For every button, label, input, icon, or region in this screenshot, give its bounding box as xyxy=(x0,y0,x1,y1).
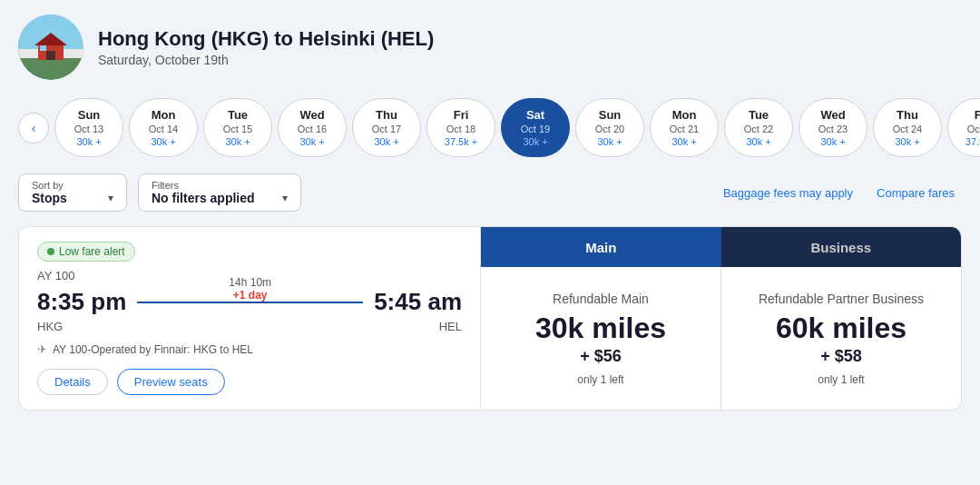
page-wrapper: Hong Kong (HKG) to Helsinki (HEL) Saturd… xyxy=(0,0,980,485)
filters-chevron-icon: ▾ xyxy=(282,192,288,204)
low-fare-badge: Low fare alert xyxy=(37,242,135,262)
date-pill-date: Oct 15 xyxy=(223,124,252,134)
date-pill-day: Tue xyxy=(749,108,769,122)
date-pill-price: 30k + xyxy=(895,136,919,147)
flight-times: 8:35 pm 14h 10m +1 day 5:45 am xyxy=(37,288,462,316)
details-button[interactable]: Details xyxy=(37,369,108,395)
date-pill-date: Oct 13 xyxy=(74,124,103,134)
low-fare-dot xyxy=(47,248,54,255)
date-pill-price: 30k + xyxy=(820,136,845,147)
depart-time: 8:35 pm xyxy=(37,288,126,316)
date-pill-day: Mon xyxy=(672,108,697,122)
sort-chevron-icon: ▾ xyxy=(108,192,113,204)
date-pill-price: 37.5k + xyxy=(445,136,477,147)
top-right-buttons: Baggage fees may apply Compare fares xyxy=(716,183,962,203)
date-pill-day: Wed xyxy=(299,108,324,122)
date-pill-oct-19[interactable]: Sat Oct 19 30k + xyxy=(501,98,570,157)
flight-duration: 14h 10m xyxy=(229,276,271,289)
prev-arrow[interactable]: ‹ xyxy=(18,113,49,144)
date-pill-price: 30k + xyxy=(151,136,175,147)
fare-columns: MainBusiness Refundable Main 30k miles +… xyxy=(481,226,962,411)
date-pill-oct-20[interactable]: Sun Oct 20 30k + xyxy=(575,98,644,157)
date-pill-price: 30k + xyxy=(671,136,696,147)
date-selector: ‹ Sun Oct 13 30k + Mon Oct 14 30k + Tue … xyxy=(18,98,962,157)
date-pill-price: 30k + xyxy=(374,136,398,147)
date-pill-oct-17[interactable]: Thu Oct 17 30k + xyxy=(352,98,421,157)
date-pill-date: Oct 21 xyxy=(670,124,699,134)
arrive-time: 5:45 am xyxy=(374,288,462,316)
header: Hong Kong (HKG) to Helsinki (HEL) Saturd… xyxy=(18,15,962,80)
date-pill-date: Oct 16 xyxy=(298,124,327,134)
page-title: Hong Kong (HKG) to Helsinki (HEL) xyxy=(98,27,434,51)
date-pill-date: Oct 25 xyxy=(967,124,980,134)
fare-column-1: Refundable Partner Business 60k miles + … xyxy=(721,267,961,410)
date-pill-date: Oct 20 xyxy=(595,124,624,134)
filters-label: Filters xyxy=(152,180,288,191)
date-pill-oct-25[interactable]: Fri Oct 25 37.5k + xyxy=(947,98,980,157)
fare-cash: + $56 xyxy=(580,347,622,366)
page-subtitle: Saturday, October 19th xyxy=(98,53,434,67)
date-pill-date: Oct 17 xyxy=(372,124,401,134)
flight-duration-badge: 14h 10m +1 day xyxy=(229,276,271,302)
fare-tabs: MainBusiness xyxy=(481,227,961,267)
date-pill-day: Wed xyxy=(820,108,845,122)
date-pill-oct-15[interactable]: Tue Oct 15 30k + xyxy=(203,98,272,157)
fare-tab-business[interactable]: Business xyxy=(721,227,962,267)
date-pill-day: Sun xyxy=(78,108,101,122)
date-pill-day: Tue xyxy=(228,108,248,122)
arrive-airport: HEL xyxy=(439,320,462,333)
date-pill-price: 30k + xyxy=(299,136,324,147)
date-pill-day: Mon xyxy=(152,108,176,122)
date-pill-date: Oct 24 xyxy=(893,124,922,134)
fare-cash: + $58 xyxy=(820,347,862,366)
filters-value-row: No filters applied ▾ xyxy=(152,191,288,205)
date-pill-price: 37.5k + xyxy=(965,136,980,147)
plus-day: +1 day xyxy=(233,289,268,302)
airports-row: HKG HEL xyxy=(37,320,462,333)
date-pill-oct-18[interactable]: Fri Oct 18 37.5k + xyxy=(426,98,495,157)
date-pill-date: Oct 19 xyxy=(521,124,550,134)
fare-miles: 30k miles xyxy=(535,312,666,345)
sort-value-row: Stops ▾ xyxy=(32,191,113,205)
sort-value: Stops xyxy=(32,191,67,205)
date-pill-oct-21[interactable]: Mon Oct 21 30k + xyxy=(650,98,719,157)
date-pill-day: Fri xyxy=(975,108,980,122)
date-pill-oct-14[interactable]: Mon Oct 14 30k + xyxy=(129,98,198,157)
header-text: Hong Kong (HKG) to Helsinki (HEL) Saturd… xyxy=(98,27,434,67)
baggage-fees-button[interactable]: Baggage fees may apply xyxy=(716,183,860,203)
date-pill-date: Oct 14 xyxy=(149,124,178,134)
date-pill-oct-23[interactable]: Wed Oct 23 30k + xyxy=(799,98,867,157)
fare-type: Refundable Partner Business xyxy=(759,292,924,306)
fare-body: Refundable Main 30k miles + $56 only 1 l… xyxy=(481,267,961,410)
filters-dropdown[interactable]: Filters No filters applied ▾ xyxy=(138,173,301,212)
plane-icon: ✈ xyxy=(37,342,47,356)
date-pill-date: Oct 18 xyxy=(446,124,475,134)
date-pill-day: Sun xyxy=(599,108,622,122)
low-fare-text: Low fare alert xyxy=(59,245,125,258)
sort-dropdown[interactable]: Sort by Stops ▾ xyxy=(18,173,127,212)
date-pill-day: Thu xyxy=(897,108,918,122)
flight-section: Low fare alert AY 100 8:35 pm 14h 10m +1… xyxy=(18,226,962,411)
filters-row: Sort by Stops ▾ Filters No filters appli… xyxy=(18,173,962,212)
fare-tab-main[interactable]: Main xyxy=(481,227,721,267)
date-pill-day: Fri xyxy=(454,108,469,122)
fare-miles: 60k miles xyxy=(776,312,906,345)
date-pill-oct-22[interactable]: Tue Oct 22 30k + xyxy=(724,98,793,157)
date-pill-date: Oct 22 xyxy=(744,124,773,134)
date-pill-date: Oct 23 xyxy=(818,124,848,134)
date-pill-oct-13[interactable]: Sun Oct 13 30k + xyxy=(54,98,123,157)
depart-airport: HKG xyxy=(37,320,63,333)
date-pill-price: 30k + xyxy=(225,136,250,147)
card-actions: Details Preview seats xyxy=(37,369,462,395)
flight-card: Low fare alert AY 100 8:35 pm 14h 10m +1… xyxy=(18,226,481,411)
date-pill-oct-16[interactable]: Wed Oct 16 30k + xyxy=(278,98,347,157)
preview-seats-button[interactable]: Preview seats xyxy=(117,369,225,395)
fare-column-0: Refundable Main 30k miles + $56 only 1 l… xyxy=(481,267,721,410)
svg-rect-5 xyxy=(46,51,55,60)
operated-by: ✈ AY 100-Operated by Finnair: HKG to HEL xyxy=(37,342,462,356)
date-pill-day: Thu xyxy=(376,108,397,122)
date-pill-price: 30k + xyxy=(746,136,770,147)
sort-label: Sort by xyxy=(32,180,113,191)
date-pill-oct-24[interactable]: Thu Oct 24 30k + xyxy=(873,98,942,157)
compare-fares-button[interactable]: Compare fares xyxy=(869,183,962,203)
